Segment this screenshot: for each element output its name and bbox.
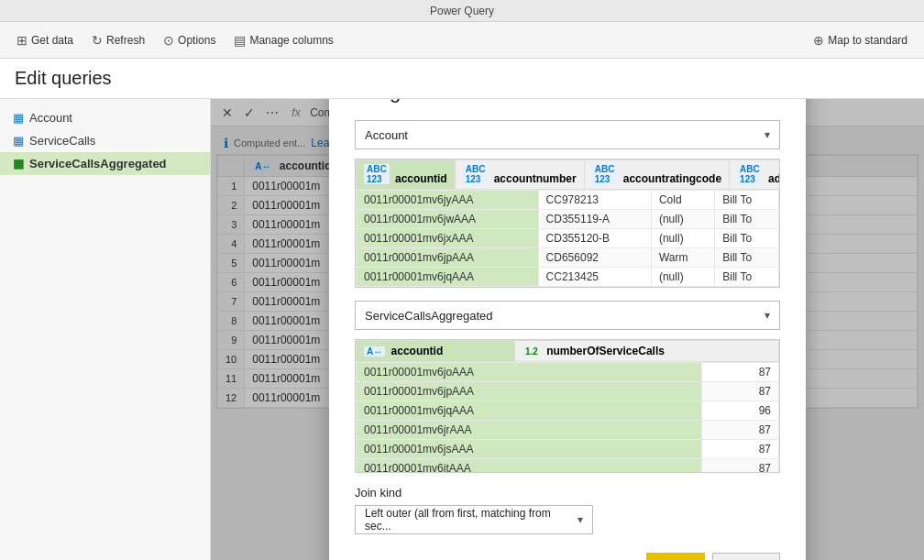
numservicecalls-cell: 87 xyxy=(702,440,779,459)
modal-title: Merge xyxy=(355,99,780,104)
options-button[interactable]: ⊙ Options xyxy=(156,29,223,51)
numservicecalls-cell: 87 xyxy=(702,382,779,401)
second-merge-table-header: A↔ accountid 1.2 numberOfServiceCalls xyxy=(356,340,779,362)
address1-cell: Bill To xyxy=(715,268,779,287)
sidebar-item-label: ServiceCallsAggregated xyxy=(29,157,167,170)
get-data-button[interactable]: ⊞ Get data xyxy=(9,29,81,51)
join-kind-value: Left outer (all from first, matching fro… xyxy=(365,507,578,533)
sidebar: ▦ Account ▦ ServiceCalls ▦ ServiceCallsA… xyxy=(0,99,211,560)
accountnumber-cell: CC213425 xyxy=(538,268,651,287)
accountid-cell: 0011r00001mv6jxAAA xyxy=(357,229,539,248)
address1-cell: Bill To xyxy=(715,191,779,210)
table-row: 0011r00001mv6jpAAA CD656092 Warm Bill To xyxy=(357,248,779,268)
second-table-dropdown-arrow: ▾ xyxy=(764,309,770,322)
first-table-data: 0011r00001mv6jyAAA CC978213 Cold Bill To… xyxy=(356,190,779,287)
table-row: 0011r00001mv6jtAAA 87 xyxy=(357,459,779,473)
table-row: 0011r00001mv6jrAAA 87 xyxy=(357,421,779,440)
cancel-button[interactable]: Cancel xyxy=(712,553,780,560)
accountid-cell: 0011r00001mv6joAAA xyxy=(357,363,702,382)
first-table-dropdown-arrow: ▾ xyxy=(764,128,770,141)
table-icon: ▦ xyxy=(13,111,24,125)
numservicecalls-cell: 96 xyxy=(702,401,779,421)
table-row: 0011r00001mv6jqAAA CC213425 (null) Bill … xyxy=(357,268,779,287)
main-area: ✕ ✓ ⋯ fx ℹ Computed ent... Learn more xyxy=(211,99,924,560)
address1-cell: Bill To xyxy=(715,248,779,268)
abc123-badge4: ABC123 xyxy=(737,164,763,184)
col-accountratingcode-header[interactable]: ABC123 accountratingcode xyxy=(584,160,729,190)
table-row: 0011r00001mv6jpAAA 87 xyxy=(357,382,779,401)
accountid-cell: 0011r00001mv6jyAAA xyxy=(357,191,539,210)
accountid-cell: 0011r00001mv6jwAAA xyxy=(357,210,539,229)
app-title: Power Query xyxy=(430,5,494,17)
abc123-badge2: ABC123 xyxy=(463,164,489,184)
manage-columns-button[interactable]: ▤ Manage columns xyxy=(226,29,340,51)
sidebar-item-account[interactable]: ▦ Account xyxy=(0,106,210,129)
table-row: 0011r00001mv6jwAAA CD355119-A (null) Bil… xyxy=(357,210,779,229)
num-badge: 1.2 xyxy=(522,346,541,357)
sidebar-item-label: Account xyxy=(29,111,72,125)
accountid-cell: 0011r00001mv6jqAAA xyxy=(357,268,539,287)
join-kind-dropdown[interactable]: Left outer (all from first, matching fro… xyxy=(355,505,593,534)
first-table-value: Account xyxy=(365,128,408,142)
sidebar-item-servicecallsaggregated[interactable]: ▦ ServiceCallsAggregated xyxy=(0,152,210,175)
abc123-badge3: ABC123 xyxy=(592,164,618,184)
second-table-value: ServiceCallsAggregated xyxy=(365,309,492,323)
sidebar-item-label: ServiceCalls xyxy=(29,134,95,148)
table-row: 0011r00001mv6jxAAA CD355120-B (null) Bil… xyxy=(357,229,779,248)
refresh-button[interactable]: ↻ Refresh xyxy=(84,29,152,51)
accountnumber-cell: CD355119-A xyxy=(538,210,651,229)
second-table-dropdown[interactable]: ServiceCallsAggregated ▾ xyxy=(355,301,780,330)
refresh-icon: ↻ xyxy=(92,33,103,48)
second-table-scroll[interactable]: 0011r00001mv6joAAA 870011r00001mv6jpAAA … xyxy=(356,362,779,472)
table-row: 0011r00001mv6jyAAA CC978213 Cold Bill To xyxy=(357,191,779,210)
toolbar: ⊞ Get data ↻ Refresh ⊙ Options ▤ Manage … xyxy=(0,22,924,59)
accountratingcode-cell: Cold xyxy=(651,191,714,210)
abc123-badge: ABC123 xyxy=(364,164,390,184)
accountid-cell: 0011r00001mv6jtAAA xyxy=(357,459,702,473)
address1-cell: Bill To xyxy=(715,210,779,229)
numservicecalls-cell: 87 xyxy=(702,363,779,382)
accountid-cell: 0011r00001mv6jpAAA xyxy=(357,248,539,268)
page-title-bar: Edit queries xyxy=(0,59,924,99)
accountratingcode-cell: (null) xyxy=(651,210,714,229)
col-accountnumber-header[interactable]: ABC123 accountnumber xyxy=(455,160,584,190)
merge-dialog: Merge Account ▾ ABC123 xyxy=(329,99,806,560)
accountid-cell: 0011r00001mv6jsAAA xyxy=(357,440,702,459)
first-table-scroll[interactable]: 0011r00001mv6jyAAA CC978213 Cold Bill To… xyxy=(356,190,779,287)
accountratingcode-cell: (null) xyxy=(651,229,714,248)
accountid-cell: 0011r00001mv6jpAAA xyxy=(357,382,702,401)
title-bar: Power Query xyxy=(0,0,924,22)
accountratingcode-cell: (null) xyxy=(651,268,714,287)
col-numservicecalls-header[interactable]: 1.2 numberOfServiceCalls xyxy=(514,341,778,362)
col-accountid2-header[interactable]: A↔ accountid xyxy=(357,341,515,362)
accountratingcode-cell: Warm xyxy=(651,248,714,268)
accountnumber-cell: CC978213 xyxy=(538,191,651,210)
modal-backdrop: Merge Account ▾ ABC123 xyxy=(211,99,924,560)
accountid-cell: 0011r00001mv6jqAAA xyxy=(357,401,702,421)
modal-buttons: OK Cancel xyxy=(355,553,780,560)
join-kind-arrow: ▾ xyxy=(578,513,583,526)
address1-cell: Bill To xyxy=(715,229,779,248)
table-icon: ▦ xyxy=(13,134,24,148)
page-title: Edit queries xyxy=(15,68,112,89)
map-icon: ⊕ xyxy=(813,33,824,48)
accountnumber-cell: CD355120-B xyxy=(538,229,651,248)
accountnumber-cell: CD656092 xyxy=(538,248,651,268)
sidebar-item-servicecalls[interactable]: ▦ ServiceCalls xyxy=(0,129,210,152)
numservicecalls-cell: 87 xyxy=(702,421,779,440)
second-table-data: 0011r00001mv6joAAA 870011r00001mv6jpAAA … xyxy=(356,362,779,472)
first-table-container: ABC123 accountid ABC123 accountnumber AB… xyxy=(355,159,780,288)
first-table-dropdown[interactable]: Account ▾ xyxy=(355,120,780,149)
accountid-cell: 0011r00001mv6jrAAA xyxy=(357,421,702,440)
second-table-container: A↔ accountid 1.2 numberOfServiceCalls xyxy=(355,339,780,473)
first-merge-table: ABC123 accountid ABC123 accountnumber AB… xyxy=(356,159,780,190)
options-icon: ⊙ xyxy=(163,33,174,48)
col-address1-header[interactable]: ABC123 address1_addr xyxy=(730,160,780,190)
table-row: 0011r00001mv6jqAAA 96 xyxy=(357,401,779,421)
map-to-standard-button[interactable]: ⊕ Map to standard xyxy=(806,29,915,51)
table-row: 0011r00001mv6joAAA 87 xyxy=(357,363,779,382)
join-kind-label: Join kind xyxy=(355,486,780,500)
col-accountid-header[interactable]: ABC123 accountid xyxy=(357,160,456,190)
get-data-icon: ⊞ xyxy=(16,33,28,48)
ok-button[interactable]: OK xyxy=(646,553,705,560)
